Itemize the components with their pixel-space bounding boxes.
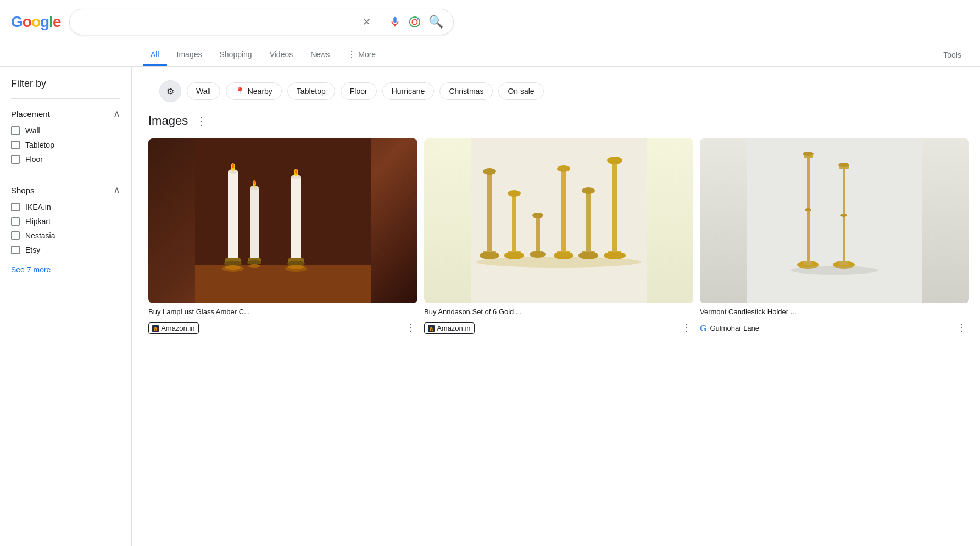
more-dots-icon: ⋮	[347, 49, 356, 59]
filter-option-tabletop[interactable]: Tabletop	[11, 141, 120, 149]
image-caption-3: Vermont Candlestick Holder ...	[700, 308, 969, 317]
image-source-wrap-3: G Gulmohar Lane ⋮	[700, 319, 969, 336]
nestasia-label: Nestasia	[25, 231, 55, 240]
image-card-1[interactable]: Buy LampLust Glass Amber C... a Amazon.i…	[148, 138, 417, 336]
svg-point-63	[838, 163, 849, 167]
svg-point-57	[803, 152, 814, 156]
svg-point-34	[508, 190, 521, 197]
flipkart-label: Flipkart	[25, 217, 51, 226]
lens-search-button[interactable]	[408, 15, 422, 29]
tab-shopping[interactable]: Shopping	[211, 44, 259, 66]
svg-point-38	[532, 213, 543, 218]
image-source-3: G Gulmohar Lane	[700, 324, 759, 333]
svg-point-22	[295, 169, 297, 174]
etsy-checkbox[interactable]	[11, 246, 20, 254]
chip-wall[interactable]: Wall	[187, 82, 220, 100]
microphone-icon	[389, 16, 401, 28]
tab-more[interactable]: ⋮ More	[339, 43, 383, 66]
search-bar-wrap: candlestick holder ✕	[69, 9, 454, 35]
image-3	[700, 138, 969, 303]
filter-option-flipkart[interactable]: Flipkart	[11, 217, 120, 226]
filter-option-floor[interactable]: Floor	[11, 155, 120, 164]
wall-checkbox[interactable]	[11, 126, 20, 135]
nestasia-checkbox[interactable]	[11, 231, 20, 240]
tabletop-label: Tabletop	[25, 141, 54, 149]
image-source-wrap-1: a Amazon.in ⋮	[148, 319, 417, 336]
shops-chevron-icon[interactable]: ∧	[113, 184, 120, 196]
tab-all[interactable]: All	[143, 44, 167, 66]
svg-point-30	[483, 168, 496, 175]
search-icon-group: ✕ 🔍	[361, 14, 444, 30]
amazon-logo-1: a	[152, 325, 159, 332]
placement-section-title: Placement ∧	[11, 108, 120, 120]
floor-checkbox[interactable]	[11, 155, 20, 164]
tabletop-checkbox[interactable]	[11, 141, 20, 149]
filter-option-wall[interactable]: Wall	[11, 126, 120, 135]
svg-rect-54	[747, 138, 922, 303]
svg-point-17	[247, 260, 261, 265]
filter-option-etsy[interactable]: Etsy	[11, 246, 120, 254]
close-icon: ✕	[363, 16, 371, 28]
tab-videos[interactable]: Videos	[262, 44, 301, 66]
tab-news[interactable]: News	[303, 44, 337, 66]
chip-wall-label: Wall	[196, 87, 211, 96]
search-input[interactable]: candlestick holder	[79, 17, 356, 27]
card-3-more-button[interactable]: ⋮	[955, 319, 969, 336]
clear-button[interactable]: ✕	[361, 15, 372, 29]
image-source-1: a Amazon.in	[148, 322, 199, 334]
svg-point-8	[232, 164, 234, 168]
tab-images[interactable]: Images	[169, 44, 210, 66]
filter-option-ikea[interactable]: IKEA.in	[11, 203, 120, 211]
amazon-logo-2: a	[428, 325, 435, 332]
images-more-options-button[interactable]: ⋮	[193, 112, 209, 130]
image-card-2[interactable]: Buy Anndason Set of 6 Gold ... a Amazon.…	[424, 138, 693, 336]
search-button[interactable]: 🔍	[427, 14, 444, 30]
chip-on-sale-label: On sale	[508, 87, 534, 96]
chip-on-sale[interactable]: On sale	[498, 82, 543, 100]
google-lens-icon	[409, 16, 421, 28]
filter-option-nestasia[interactable]: Nestasia	[11, 231, 120, 240]
tools-button[interactable]: Tools	[936, 45, 969, 65]
chip-floor[interactable]: Floor	[341, 82, 377, 100]
section-divider-1	[11, 98, 120, 99]
svg-point-64	[840, 214, 847, 217]
see-more-link[interactable]: See 7 more	[11, 265, 120, 274]
ikea-label: IKEA.in	[25, 203, 51, 211]
ikea-checkbox[interactable]	[11, 203, 20, 211]
shops-section-title: Shops ∧	[11, 184, 120, 196]
chip-nearby[interactable]: 📍 Nearby	[226, 82, 282, 100]
amazon-name-1: Amazon.in	[161, 324, 194, 332]
svg-rect-45	[586, 191, 591, 254]
svg-rect-66	[839, 261, 848, 265]
chip-tabletop[interactable]: Tabletop	[287, 82, 335, 100]
chip-nearby-label: Nearby	[248, 87, 272, 96]
chip-christmas[interactable]: Christmas	[439, 82, 493, 100]
svg-point-18	[248, 264, 260, 268]
svg-point-42	[557, 165, 570, 172]
svg-rect-37	[536, 215, 540, 254]
placement-chevron-icon[interactable]: ∧	[113, 108, 120, 120]
filter-by-title: Filter by	[11, 78, 120, 90]
card-2-more-button[interactable]: ⋮	[679, 319, 693, 336]
amazon-badge-2: a Amazon.in	[424, 322, 475, 334]
svg-point-26	[222, 265, 244, 272]
filter-sliders-chip[interactable]: ⚙	[159, 80, 181, 102]
flipkart-checkbox[interactable]	[11, 217, 20, 226]
card-1-more-button[interactable]: ⋮	[403, 319, 417, 336]
svg-rect-12	[250, 188, 259, 259]
svg-point-50	[607, 157, 622, 164]
location-pin-icon: 📍	[235, 87, 244, 96]
svg-point-67	[790, 266, 878, 275]
sidebar: Filter by Placement ∧ Wall Tabletop Floo…	[0, 67, 132, 546]
voice-search-button[interactable]	[388, 15, 402, 29]
etsy-label: Etsy	[25, 246, 40, 254]
svg-rect-4	[195, 265, 371, 303]
image-caption-1: Buy LampLust Glass Amber C...	[148, 308, 417, 317]
search-bar: candlestick holder ✕	[69, 9, 454, 35]
images-section-header: Images ⋮	[148, 112, 969, 130]
svg-rect-29	[487, 171, 492, 254]
floor-label: Floor	[25, 155, 43, 164]
chip-tabletop-label: Tabletop	[297, 87, 326, 96]
chip-hurricane[interactable]: Hurricane	[382, 82, 435, 100]
image-card-3[interactable]: Vermont Candlestick Holder ... G Gulmoha…	[700, 138, 969, 336]
